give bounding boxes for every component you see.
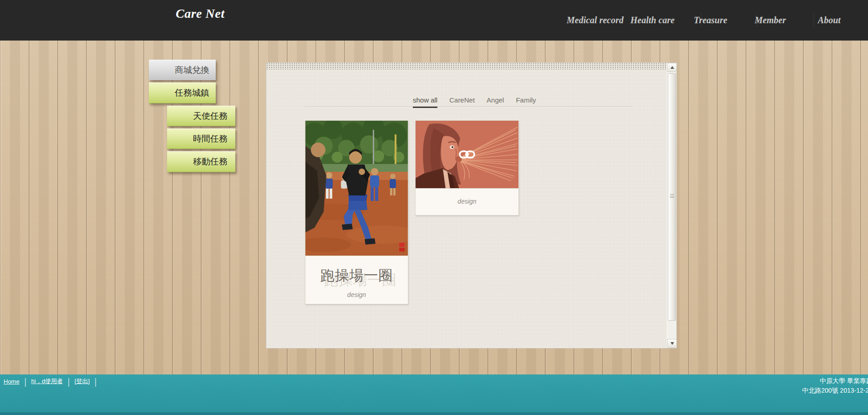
runners-photo-illustration [305,121,408,256]
footer-link-user[interactable]: hi，d使用者 [31,377,63,385]
gallery-card-run-track[interactable]: 跑操場一圈 design [305,120,408,304]
nav-link-about[interactable]: About [818,15,841,25]
card-caption: design [416,198,518,205]
menu-item-mall-exchange[interactable]: 商城兌換 [149,60,216,80]
footer-separator: | [68,376,70,386]
nav-item-treasure[interactable]: Treasure [675,15,727,26]
gallery-panel: show all CareNet Angel Family [266,62,677,348]
header: Care Net Medical record Health care Trea… [0,0,868,41]
card-photo-runners[interactable] [305,121,408,256]
site-logo[interactable]: Care Net [176,6,224,21]
card-image-orange-portrait[interactable] [416,121,518,189]
scroll-up-icon [670,66,674,69]
scroll-down-button[interactable] [667,339,677,348]
nav-item-member[interactable]: Member [727,15,786,26]
nav-link-member[interactable]: Member [755,15,786,25]
panel-drag-strip [266,63,667,70]
footer-info: 中原大學 畢業專題 中北路200號 2013-12-25 [802,376,868,395]
tabs-divider-line [305,106,632,107]
footer-address-line: 中北路200號 2013-12-25 [802,386,868,395]
footer-separator: | [95,376,96,386]
footer-org-line: 中原大學 畢業專題 [802,376,868,386]
nav-link-medical-record[interactable]: Medical record [567,15,624,25]
menu-item-angel-mission[interactable]: 天使任務 [167,106,235,126]
nav-link-treasure[interactable]: Treasure [694,15,727,25]
scroll-down-icon [670,342,674,345]
scroll-up-button[interactable] [667,63,677,72]
scrollbar-grip-icon [670,194,674,198]
footer-separator: | [25,376,26,386]
card-category: design [305,291,408,298]
card-caption: 跑操場一圈 design [305,266,408,298]
nav-item-health-care[interactable]: Health care [624,15,675,26]
footer-links: Home | hi，d使用者 | [登出] | [4,377,96,385]
nav-link-health-care[interactable]: Health care [630,15,675,25]
nav-item-about[interactable]: About [786,15,841,26]
link-icon [458,148,476,161]
panel-scrollbar[interactable] [667,63,676,348]
menu-item-time-mission[interactable]: 時間任務 [167,128,235,149]
main-nav: Medical record Health care Treasure Memb… [567,15,841,26]
card-category: design [416,198,518,205]
scrollbar-thumb[interactable] [668,73,676,321]
gallery-card-link[interactable]: design [415,120,519,215]
footer: Home | hi，d使用者 | [登出] | 中原大學 畢業專題 中北路200… [0,374,868,415]
menu-item-move-mission[interactable]: 移動任務 [167,151,235,172]
footer-link-home[interactable]: Home [4,378,20,385]
nav-item-medical-record[interactable]: Medical record [567,15,624,26]
footer-link-logout[interactable]: [登出] [75,377,90,385]
menu-item-mission-town[interactable]: 任務城鎮 [149,82,216,103]
card-title: 跑操場一圈 [305,266,408,285]
